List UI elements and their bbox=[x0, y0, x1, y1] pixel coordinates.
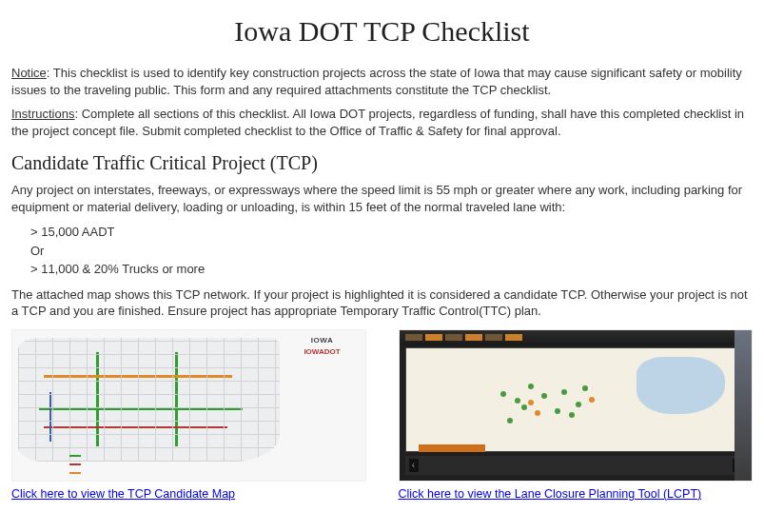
section-intro: Any project on interstates, freeways, or… bbox=[11, 182, 753, 215]
maps-row: IOWA IOWADOT Click here to view the TCP … bbox=[11, 329, 753, 501]
iowadot-logo-icon: IOWADOT bbox=[285, 347, 360, 356]
instructions-paragraph: Instructions: Complete all sections of t… bbox=[11, 106, 753, 139]
topbar-chip-icon bbox=[485, 334, 502, 341]
route-line-icon bbox=[49, 392, 51, 442]
section-heading: Candidate Traffic Critical Project (TCP) bbox=[11, 152, 753, 174]
topbar-chip-icon bbox=[425, 334, 442, 341]
map-note: The attached map shows this TCP network.… bbox=[11, 286, 753, 320]
map-marker-icon bbox=[515, 398, 520, 404]
criteria-line-2: Or bbox=[30, 242, 753, 261]
lcpt-tool-link[interactable]: Click here to view the Lane Closure Plan… bbox=[399, 487, 702, 501]
tcp-candidate-map-link[interactable]: Click here to view the TCP Candidate Map bbox=[11, 487, 235, 501]
side-photo-icon bbox=[735, 330, 752, 481]
page-title: Iowa DOT TCP Checklist bbox=[11, 15, 753, 48]
map-marker-icon bbox=[528, 384, 534, 389]
app-window: IOWADOT bbox=[400, 330, 753, 481]
iowa-map-shape bbox=[18, 338, 280, 462]
topbar-chip-icon bbox=[445, 334, 462, 341]
topbar-chip-icon bbox=[505, 334, 522, 341]
criteria-line-3: > 11,000 & 20% Trucks or more bbox=[30, 260, 753, 279]
route-line-icon bbox=[44, 426, 226, 428]
map-marker-icon bbox=[528, 400, 534, 405]
legend-state: IOWA bbox=[285, 336, 360, 345]
route-line-icon bbox=[44, 375, 232, 378]
topbar-chip-icon bbox=[405, 334, 422, 341]
criteria-block: > 15,000 AADT Or > 11,000 & 20% Trucks o… bbox=[30, 223, 753, 279]
status-bar-icon bbox=[419, 444, 485, 452]
map-marker-icon bbox=[569, 412, 575, 418]
instructions-text: : Complete all sections of this checklis… bbox=[11, 107, 744, 138]
map-marker-icon bbox=[541, 393, 547, 399]
map-marker-icon bbox=[500, 391, 506, 397]
map-left-block: IOWA IOWADOT Click here to view the TCP … bbox=[11, 329, 366, 501]
legend-entry bbox=[69, 460, 84, 468]
map-right-block: IOWADOT bbox=[399, 329, 754, 501]
app-bottombar: ‹ › bbox=[405, 456, 747, 475]
notice-text: : This checklist is used to identify key… bbox=[11, 66, 742, 97]
lakes-shape-icon bbox=[637, 357, 725, 414]
map-marker-icon bbox=[576, 402, 581, 407]
map-marker-icon bbox=[555, 408, 560, 414]
notice-label: Notice bbox=[11, 66, 47, 80]
instructions-label: Instructions bbox=[11, 107, 74, 121]
route-line-icon bbox=[175, 352, 178, 446]
legend-entry bbox=[69, 451, 84, 460]
lcpt-tool-thumbnail: IOWADOT bbox=[399, 329, 754, 482]
map-marker-icon bbox=[561, 389, 567, 395]
chevron-left-icon: ‹ bbox=[409, 459, 419, 472]
map-legend-lines bbox=[69, 451, 84, 477]
route-line-icon bbox=[39, 407, 243, 410]
app-topbar bbox=[400, 330, 753, 345]
tcp-candidate-map-thumbnail: IOWA IOWADOT bbox=[11, 329, 366, 482]
app-map-canvas bbox=[405, 347, 747, 452]
criteria-line-1: > 15,000 AADT bbox=[30, 223, 753, 242]
map-marker-icon bbox=[521, 404, 527, 410]
map-marker-icon bbox=[535, 410, 540, 416]
notice-paragraph: Notice: This checklist is used to identi… bbox=[11, 65, 753, 98]
map-legend: IOWA IOWADOT bbox=[285, 336, 360, 356]
map-marker-icon bbox=[507, 418, 513, 424]
legend-entry bbox=[69, 468, 84, 477]
map-marker-icon bbox=[589, 397, 595, 403]
route-line-icon bbox=[96, 352, 99, 446]
map-marker-icon bbox=[582, 385, 588, 391]
topbar-chip-icon bbox=[465, 334, 482, 341]
